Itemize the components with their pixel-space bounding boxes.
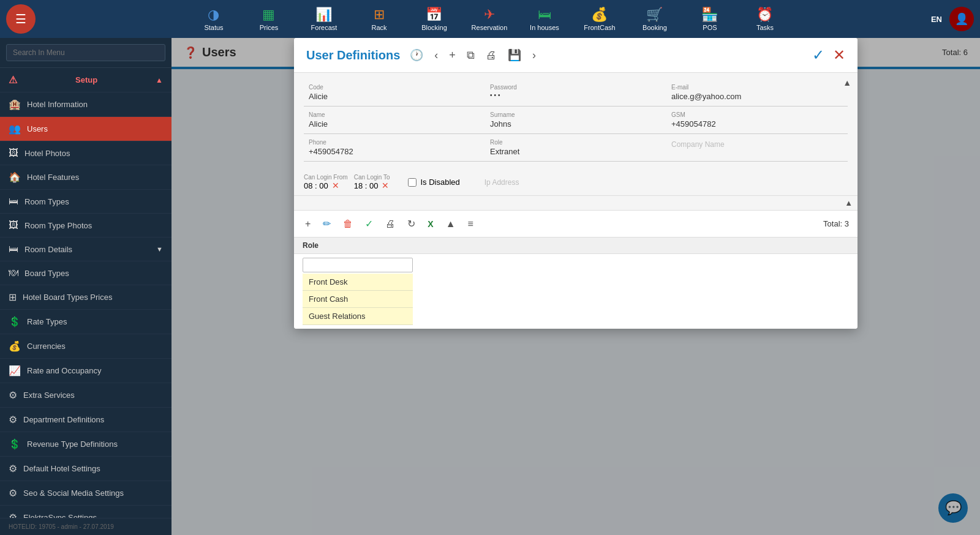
company-placeholder[interactable]: Company Name xyxy=(671,140,843,149)
gsm-value[interactable]: +459054782 xyxy=(671,119,843,129)
password-value[interactable]: ••• xyxy=(490,92,662,99)
nav-item-rack[interactable]: ⊞ Rack xyxy=(361,7,398,31)
sidebar-item-rate-occupancy[interactable]: 📈 Rate and Occupancy xyxy=(0,359,172,383)
dept-definitions-icon: ⚙ xyxy=(9,414,17,425)
table-menu-button[interactable]: ≡ xyxy=(466,217,476,231)
phone-value[interactable]: +459054782 xyxy=(309,147,480,156)
sidebar-item-default-hotel[interactable]: ⚙ Default Hotel Settings xyxy=(0,457,172,481)
nav-item-blocking[interactable]: 📅 Blocking xyxy=(416,7,453,31)
nav-item-frontcash[interactable]: 💰 FrontCash xyxy=(581,7,618,31)
sidebar-room-types-label: Room Types xyxy=(24,197,69,206)
nav-prices-label: Prices xyxy=(260,24,279,31)
sidebar-dept-definitions-label: Department Definitions xyxy=(23,415,104,424)
role-value[interactable]: Extranet xyxy=(490,147,662,156)
sidebar-item-elektrasync[interactable]: ⚙ ElektraSync Settings xyxy=(0,506,172,518)
sidebar-hotel-info-label: Hotel Information xyxy=(27,100,88,109)
next-button[interactable]: › xyxy=(531,48,537,63)
sidebar-item-hotel-features[interactable]: 🏠 Hotel Features xyxy=(0,165,172,190)
prev-button[interactable]: ‹ xyxy=(433,48,439,63)
code-field: Code Alicie xyxy=(304,81,485,107)
table-collapse-button[interactable]: ▲ xyxy=(443,217,458,231)
sidebar-item-room-details[interactable]: 🛏 Room Details ▼ xyxy=(0,238,172,261)
code-label: Code xyxy=(309,84,480,91)
language-button[interactable]: EN xyxy=(931,15,942,24)
table-excel-button[interactable]: X xyxy=(425,218,435,230)
nav-item-tasks[interactable]: ⏰ Tasks xyxy=(747,7,783,31)
name-value[interactable]: Alicie xyxy=(309,119,480,129)
print-button[interactable]: 🖨 xyxy=(484,48,498,63)
clear-login-from-button[interactable]: ✕ xyxy=(332,181,339,190)
dropdown-option-guest-relations[interactable]: Guest Relations xyxy=(303,308,413,325)
sidebar-item-users[interactable]: 👥 Users xyxy=(0,117,172,141)
hotel-photos-icon: 🖼 xyxy=(9,148,18,159)
email-value[interactable]: alice.g@yahoo.com xyxy=(671,92,843,101)
table-section-collapse[interactable]: ▲ xyxy=(845,198,853,208)
sidebar-item-currencies[interactable]: 💰 Currencies xyxy=(0,334,172,359)
phone-label: Phone xyxy=(309,139,480,146)
sidebar-setup-label: Setup xyxy=(75,75,97,84)
hamburger-button[interactable]: ☰ xyxy=(6,4,36,34)
sidebar-item-extra-services[interactable]: ⚙ Extra Services xyxy=(0,383,172,408)
modal-actions: ✓ ✕ xyxy=(812,47,845,64)
nav-item-prices[interactable]: ▦ Prices xyxy=(251,7,287,31)
sidebar-item-room-types[interactable]: 🛏 Room Types xyxy=(0,190,172,214)
can-login-to-field: Can Login To 18 : 00 ✕ xyxy=(354,174,390,190)
status-icon: ◑ xyxy=(208,7,219,23)
sidebar-item-hotel-info[interactable]: 🏨 Hotel Information xyxy=(0,92,172,117)
nav-item-pos[interactable]: 🏪 POS xyxy=(692,7,728,31)
close-button[interactable]: ✕ xyxy=(833,47,845,64)
copy-button[interactable]: ⧉ xyxy=(466,48,476,63)
nav-right-area: EN 👤 xyxy=(931,7,974,31)
surname-value[interactable]: Johns xyxy=(490,119,662,129)
nav-item-reservation[interactable]: ✈ Reservation xyxy=(471,7,508,31)
role-search-input[interactable] xyxy=(303,258,413,272)
nav-item-forecast[interactable]: 📊 Forecast xyxy=(306,7,342,31)
dropdown-option-front-desk[interactable]: Front Desk xyxy=(303,274,413,291)
sidebar-item-rate-types[interactable]: 💲 Rate Types xyxy=(0,310,172,334)
sidebar-default-hotel-label: Default Hotel Settings xyxy=(23,464,100,473)
seo-social-icon: ⚙ xyxy=(9,487,17,499)
sidebar-item-setup[interactable]: ⚠ Setup ▲ xyxy=(0,68,172,92)
forecast-icon: 📊 xyxy=(315,7,332,23)
sidebar-item-hotel-board-prices[interactable]: ⊞ Hotel Board Types Prices xyxy=(0,285,172,310)
is-disabled-checkbox[interactable] xyxy=(408,178,417,187)
room-details-expand-icon: ▼ xyxy=(156,245,163,253)
table-refresh-button[interactable]: ↻ xyxy=(405,217,418,231)
sidebar-item-hotel-photos[interactable]: 🖼 Hotel Photos xyxy=(0,141,172,165)
confirm-button[interactable]: ✓ xyxy=(812,47,824,64)
nav-item-inhouses[interactable]: 🛏 In houses xyxy=(526,7,563,31)
sidebar-currencies-label: Currencies xyxy=(27,342,66,351)
sidebar-room-details-label: Room Details xyxy=(24,245,72,254)
form-grid: Code Alicie Password ••• E-mail alice.g@… xyxy=(294,73,858,170)
table-add-button[interactable]: + xyxy=(303,217,313,231)
role-field: Role Extranet xyxy=(485,137,666,162)
blocking-icon: 📅 xyxy=(426,7,442,23)
dropdown-option-front-cash[interactable]: Front Cash xyxy=(303,291,413,308)
code-value[interactable]: Alicie xyxy=(309,92,480,101)
sidebar-item-seo-social[interactable]: ⚙ Seo & Social Media Settings xyxy=(0,481,172,506)
frontcash-icon: 💰 xyxy=(591,7,608,23)
add-button[interactable]: + xyxy=(448,48,457,63)
ip-placeholder[interactable]: Ip Address xyxy=(484,178,519,187)
table-edit-button[interactable]: ✏ xyxy=(320,217,333,231)
table-check-button[interactable]: ✓ xyxy=(363,217,375,231)
sidebar-item-room-type-photos[interactable]: 🖼 Room Type Photos xyxy=(0,214,172,238)
nav-item-status[interactable]: ◑ Status xyxy=(195,7,232,31)
sidebar-item-dept-definitions[interactable]: ⚙ Department Definitions xyxy=(0,408,172,432)
sidebar: ⚠ Setup ▲ 🏨 Hotel Information 👥 Users 🖼 … xyxy=(0,38,172,535)
email-field: E-mail alice.g@yahoo.com xyxy=(666,81,848,107)
sidebar-item-revenue-definitions[interactable]: 💲 Revenue Type Definitions xyxy=(0,432,172,457)
sidebar-item-board-types[interactable]: 🍽 Board Types xyxy=(0,261,172,285)
table-print-button[interactable]: 🖨 xyxy=(383,217,398,231)
nav-booking-label: Booking xyxy=(643,24,667,31)
table-delete-button[interactable]: 🗑 xyxy=(341,217,355,231)
sidebar-revenue-definitions-label: Revenue Type Definitions xyxy=(27,440,118,449)
nav-item-booking[interactable]: 🛒 Booking xyxy=(636,7,673,31)
form-section-collapse[interactable]: ▲ xyxy=(843,78,851,88)
clear-login-to-button[interactable]: ✕ xyxy=(382,181,389,190)
user-avatar[interactable]: 👤 xyxy=(949,7,974,31)
history-button[interactable]: 🕐 xyxy=(409,47,424,63)
search-input[interactable] xyxy=(6,44,165,61)
dropdown-search xyxy=(303,258,849,272)
save-button[interactable]: 💾 xyxy=(507,47,522,63)
